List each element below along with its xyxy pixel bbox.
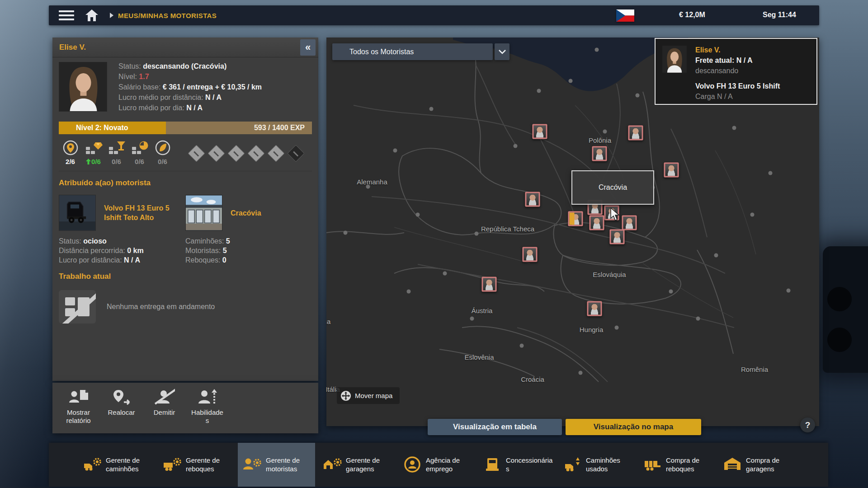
driver-detail-panel: Elise V. « Status: descansando (Cracóvia… bbox=[52, 38, 318, 381]
trailer-manager-icon bbox=[162, 455, 182, 474]
adr-corrosives-icon[interactable] bbox=[287, 145, 304, 162]
relocate-button[interactable]: Realocar bbox=[100, 387, 143, 433]
mouse-cursor-icon bbox=[610, 208, 621, 221]
driver-marker[interactable] bbox=[592, 146, 607, 161]
nav-item-label: Caminhões usados bbox=[586, 456, 634, 473]
dismiss-icon bbox=[143, 388, 186, 407]
driver-profit-day-line: Lucro médio por dia: N / A bbox=[118, 103, 262, 113]
adr-flammable-liquids-icon[interactable] bbox=[227, 145, 245, 162]
truck-thumbnail[interactable] bbox=[59, 195, 96, 231]
nav-item-label: Compra de garagens bbox=[746, 456, 794, 473]
eco-driving-icon bbox=[151, 139, 174, 157]
report-button[interactable]: Mostrar relatório bbox=[57, 387, 100, 433]
adr-gases-icon[interactable] bbox=[208, 145, 225, 162]
country-label-frança: França bbox=[326, 318, 330, 325]
game-time: Seg 11:44 bbox=[763, 11, 796, 19]
background-truck-silhouette bbox=[823, 246, 868, 373]
nav-item-employment-agency[interactable]: Agência de emprego bbox=[398, 443, 475, 487]
current-job-heading: Trabalho atual bbox=[59, 272, 312, 281]
action-label: Realocar bbox=[105, 408, 138, 417]
home-icon[interactable] bbox=[85, 9, 99, 22]
driver-marker[interactable] bbox=[628, 126, 643, 141]
dismiss-button[interactable]: Demitir bbox=[143, 387, 186, 433]
collapse-panel-button[interactable]: « bbox=[300, 39, 316, 56]
driver-salary-line: Salário base: € 361 / entrega + € 10,35 … bbox=[118, 82, 262, 92]
high-value-cargo-icon bbox=[82, 139, 105, 157]
top-bar: MEUS/MINHAS MOTORISTAS € 12,0M Seg 11:44 bbox=[49, 5, 819, 25]
driver-marker[interactable] bbox=[482, 277, 497, 292]
nav-item-garage-manager[interactable]: Gerente de garagens bbox=[318, 443, 395, 487]
no-cargo-icon bbox=[59, 290, 96, 324]
map-view-button[interactable]: Visualização no mapa bbox=[566, 419, 701, 435]
nav-item-truck-manager[interactable]: Gerente de caminhões bbox=[78, 443, 155, 487]
dealers-icon bbox=[482, 455, 502, 474]
dropdown-chevron-button[interactable] bbox=[495, 43, 509, 60]
country-label-croácia: Croácia bbox=[521, 375, 544, 383]
driver-filter-dropdown[interactable]: Todos os Motoristas bbox=[332, 43, 493, 60]
nav-item-trailer-manager[interactable]: Gerente de reboques bbox=[158, 443, 235, 487]
skill-eco-driving[interactable]: 0/6 bbox=[151, 139, 174, 165]
fragile-cargo-icon bbox=[105, 139, 128, 157]
country-label-eslováquia: Eslováquia bbox=[593, 271, 626, 278]
adr-oxidizers-icon[interactable] bbox=[247, 145, 264, 162]
xp-level-text: Nível 2: Novato bbox=[76, 122, 128, 134]
driver-marker[interactable] bbox=[587, 301, 602, 316]
report-icon bbox=[57, 388, 100, 407]
employment-agency-icon bbox=[402, 455, 422, 474]
driver-marker[interactable] bbox=[610, 230, 625, 244]
driver-status-line: Status: descansando (Cracóvia) bbox=[118, 61, 262, 71]
adr-poison-icon[interactable] bbox=[267, 145, 284, 162]
nav-item-garage-buy[interactable]: Compra de garagens bbox=[718, 443, 795, 487]
driver-profit-distance-line: Lucro médio por distância: N / A bbox=[118, 92, 262, 103]
skills-button[interactable]: Habilidades bbox=[186, 387, 229, 433]
tooltip-driver-photo bbox=[662, 46, 687, 73]
no-job-text: Nenhuma entrega em andamento bbox=[107, 303, 215, 311]
skill-fragile-cargo[interactable]: 0/6 bbox=[105, 139, 128, 165]
driver-marker-selected[interactable] bbox=[568, 211, 583, 226]
garage-thumbnail[interactable] bbox=[185, 195, 222, 231]
drivers-map[interactable]: AlemanhaPolôniaRepública TchecaEslováqui… bbox=[326, 38, 819, 426]
driver-marker[interactable] bbox=[590, 216, 604, 230]
move-map-button[interactable]: Mover mapa bbox=[337, 387, 400, 404]
current-job-row: Nenhuma entrega em andamento bbox=[59, 290, 312, 324]
action-label: Demitir bbox=[148, 408, 181, 417]
breadcrumb-arrow-icon bbox=[110, 13, 113, 18]
truck-manager-icon bbox=[82, 455, 102, 474]
assigned-garage-link[interactable]: Cracóvia bbox=[231, 208, 261, 218]
adr-explosives-icon[interactable] bbox=[188, 145, 205, 162]
driver-panel-header: Elise V. « bbox=[52, 38, 318, 57]
garage-trucks-line: Caminhões: 5 bbox=[185, 236, 312, 246]
truck-status-line: Status: ocioso bbox=[59, 236, 185, 246]
nav-item-dealers[interactable]: Concessionárias bbox=[478, 443, 555, 487]
nav-item-label: Gerente de garagens bbox=[346, 456, 394, 473]
move-map-label: Mover mapa bbox=[355, 392, 392, 399]
nav-item-label: Gerente de motoristas bbox=[266, 456, 314, 473]
driver-marker[interactable] bbox=[525, 192, 540, 207]
country-label-polônia: Polônia bbox=[589, 136, 611, 144]
tooltip-status: descansando bbox=[695, 66, 810, 76]
driver-marker[interactable] bbox=[664, 163, 679, 178]
table-view-button[interactable]: Visualização em tabela bbox=[428, 419, 562, 435]
skill-value: 0/6 bbox=[151, 158, 174, 165]
selected-city-box[interactable]: Cracóvia bbox=[571, 170, 654, 205]
garage-trailers-line: Reboques: 0 bbox=[185, 255, 312, 265]
nav-item-used-trucks[interactable]: Caminhões usados bbox=[558, 443, 635, 487]
skill-urgent-delivery[interactable]: 0/6 bbox=[128, 139, 151, 165]
skill-long-distance[interactable]: 2/6 bbox=[59, 139, 82, 165]
xp-exp-text: 593 / 1400 EXP bbox=[254, 122, 305, 134]
assigned-truck-cell: Volvo FH 13 Euro 5 Ishift Teto Alto bbox=[59, 195, 185, 231]
nav-item-driver-manager[interactable]: Gerente de motoristas bbox=[238, 443, 315, 487]
nav-item-label: Gerente de caminhões bbox=[106, 456, 154, 473]
action-label: Habilidades bbox=[191, 408, 224, 425]
czech-flag-icon bbox=[616, 9, 634, 22]
nav-item-trailer-buy[interactable]: Compra de reboques bbox=[638, 443, 715, 487]
driver-marker[interactable] bbox=[523, 247, 538, 262]
menu-icon[interactable] bbox=[59, 10, 74, 20]
skill-high-value-cargo[interactable]: 0/6 bbox=[82, 139, 105, 165]
assigned-truck-link[interactable]: Volvo FH 13 Euro 5 Ishift Teto Alto bbox=[104, 203, 181, 222]
driver-marker[interactable] bbox=[622, 216, 637, 230]
driver-level-line: Nível: 1.7 bbox=[118, 71, 262, 82]
tooltip-driver-name: Elise V. bbox=[695, 45, 810, 55]
driver-marker[interactable] bbox=[533, 124, 547, 139]
help-button[interactable]: ? bbox=[800, 418, 815, 432]
